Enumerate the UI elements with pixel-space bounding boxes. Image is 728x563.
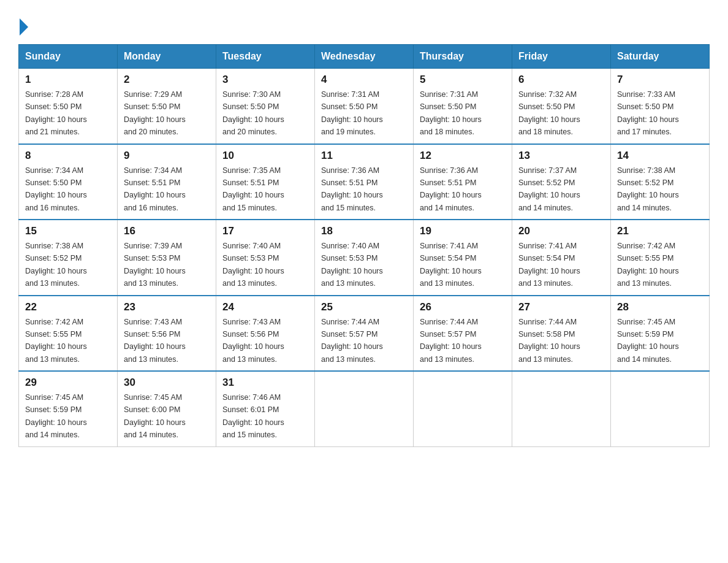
day-info: Sunrise: 7:41 AMSunset: 5:54 PMDaylight:… — [420, 242, 482, 288]
day-number: 27 — [518, 301, 604, 313]
day-number: 16 — [124, 225, 210, 237]
calendar-day-cell: 23 Sunrise: 7:43 AMSunset: 5:56 PMDaylig… — [118, 296, 216, 372]
day-info: Sunrise: 7:44 AMSunset: 5:57 PMDaylight:… — [321, 318, 383, 364]
day-info: Sunrise: 7:31 AMSunset: 5:50 PMDaylight:… — [420, 90, 482, 136]
day-info: Sunrise: 7:34 AMSunset: 5:51 PMDaylight:… — [124, 166, 186, 212]
calendar-day-cell: 3 Sunrise: 7:30 AMSunset: 5:50 PMDayligh… — [216, 69, 315, 144]
day-info: Sunrise: 7:45 AMSunset: 6:00 PMDaylight:… — [124, 393, 186, 439]
calendar-day-cell: 17 Sunrise: 7:40 AMSunset: 5:53 PMDaylig… — [216, 220, 315, 296]
day-number: 20 — [518, 225, 604, 237]
day-info: Sunrise: 7:29 AMSunset: 5:50 PMDaylight:… — [124, 90, 186, 136]
day-header-thursday: Thursday — [414, 45, 512, 69]
day-info: Sunrise: 7:46 AMSunset: 6:01 PMDaylight:… — [222, 393, 284, 439]
day-number: 18 — [321, 225, 407, 237]
calendar-day-cell: 25 Sunrise: 7:44 AMSunset: 5:57 PMDaylig… — [315, 296, 414, 372]
calendar-day-cell — [315, 371, 414, 446]
calendar-day-cell: 10 Sunrise: 7:35 AMSunset: 5:51 PMDaylig… — [216, 144, 315, 220]
calendar-day-cell: 18 Sunrise: 7:40 AMSunset: 5:53 PMDaylig… — [315, 220, 414, 296]
day-number: 24 — [222, 301, 308, 313]
calendar-day-cell: 30 Sunrise: 7:45 AMSunset: 6:00 PMDaylig… — [118, 371, 216, 446]
calendar-week-row: 29 Sunrise: 7:45 AMSunset: 5:59 PMDaylig… — [19, 371, 710, 446]
day-number: 19 — [420, 225, 506, 237]
day-number: 30 — [124, 377, 210, 389]
day-info: Sunrise: 7:41 AMSunset: 5:54 PMDaylight:… — [518, 242, 580, 288]
day-header-monday: Monday — [118, 45, 216, 69]
day-info: Sunrise: 7:45 AMSunset: 5:59 PMDaylight:… — [617, 318, 679, 364]
day-number: 11 — [321, 150, 407, 162]
day-info: Sunrise: 7:40 AMSunset: 5:53 PMDaylight:… — [321, 242, 383, 288]
day-number: 26 — [420, 301, 506, 313]
day-info: Sunrise: 7:30 AMSunset: 5:50 PMDaylight:… — [222, 90, 284, 136]
day-info: Sunrise: 7:44 AMSunset: 5:57 PMDaylight:… — [420, 318, 482, 364]
day-info: Sunrise: 7:36 AMSunset: 5:51 PMDaylight:… — [420, 166, 482, 212]
day-number: 8 — [25, 150, 111, 162]
calendar-day-cell: 9 Sunrise: 7:34 AMSunset: 5:51 PMDayligh… — [118, 144, 216, 220]
calendar-day-cell: 14 Sunrise: 7:38 AMSunset: 5:52 PMDaylig… — [611, 144, 710, 220]
page-header — [18, 12, 710, 33]
calendar-day-cell: 24 Sunrise: 7:43 AMSunset: 5:56 PMDaylig… — [216, 296, 315, 372]
day-info: Sunrise: 7:28 AMSunset: 5:50 PMDaylight:… — [25, 90, 87, 136]
day-info: Sunrise: 7:44 AMSunset: 5:58 PMDaylight:… — [518, 318, 580, 364]
calendar-day-cell: 6 Sunrise: 7:32 AMSunset: 5:50 PMDayligh… — [512, 69, 611, 144]
day-info: Sunrise: 7:38 AMSunset: 5:52 PMDaylight:… — [617, 166, 679, 212]
calendar-day-cell: 19 Sunrise: 7:41 AMSunset: 5:54 PMDaylig… — [414, 220, 512, 296]
day-header-friday: Friday — [512, 45, 611, 69]
day-number: 21 — [617, 225, 703, 237]
day-number: 31 — [222, 377, 308, 389]
day-header-tuesday: Tuesday — [216, 45, 315, 69]
calendar-table: SundayMondayTuesdayWednesdayThursdayFrid… — [18, 44, 710, 447]
day-number: 1 — [25, 74, 111, 86]
calendar-week-row: 15 Sunrise: 7:38 AMSunset: 5:52 PMDaylig… — [19, 220, 710, 296]
calendar-header-row: SundayMondayTuesdayWednesdayThursdayFrid… — [19, 45, 710, 69]
calendar-day-cell: 8 Sunrise: 7:34 AMSunset: 5:50 PMDayligh… — [19, 144, 118, 220]
calendar-day-cell: 31 Sunrise: 7:46 AMSunset: 6:01 PMDaylig… — [216, 371, 315, 446]
day-header-sunday: Sunday — [19, 45, 118, 69]
day-info: Sunrise: 7:32 AMSunset: 5:50 PMDaylight:… — [518, 90, 580, 136]
day-info: Sunrise: 7:38 AMSunset: 5:52 PMDaylight:… — [25, 242, 87, 288]
day-info: Sunrise: 7:43 AMSunset: 5:56 PMDaylight:… — [222, 318, 284, 364]
day-info: Sunrise: 7:37 AMSunset: 5:52 PMDaylight:… — [518, 166, 580, 212]
day-info: Sunrise: 7:42 AMSunset: 5:55 PMDaylight:… — [617, 242, 679, 288]
calendar-day-cell: 29 Sunrise: 7:45 AMSunset: 5:59 PMDaylig… — [19, 371, 118, 446]
calendar-day-cell — [512, 371, 611, 446]
day-info: Sunrise: 7:45 AMSunset: 5:59 PMDaylight:… — [25, 393, 87, 439]
calendar-day-cell: 26 Sunrise: 7:44 AMSunset: 5:57 PMDaylig… — [414, 296, 512, 372]
day-header-saturday: Saturday — [611, 45, 710, 69]
calendar-week-row: 22 Sunrise: 7:42 AMSunset: 5:55 PMDaylig… — [19, 296, 710, 372]
calendar-day-cell: 20 Sunrise: 7:41 AMSunset: 5:54 PMDaylig… — [512, 220, 611, 296]
day-header-wednesday: Wednesday — [315, 45, 414, 69]
calendar-day-cell: 2 Sunrise: 7:29 AMSunset: 5:50 PMDayligh… — [118, 69, 216, 144]
day-info: Sunrise: 7:33 AMSunset: 5:50 PMDaylight:… — [617, 90, 679, 136]
day-number: 7 — [617, 74, 703, 86]
calendar-day-cell — [414, 371, 512, 446]
day-info: Sunrise: 7:36 AMSunset: 5:51 PMDaylight:… — [321, 166, 383, 212]
day-number: 17 — [222, 225, 308, 237]
logo — [18, 18, 28, 33]
day-info: Sunrise: 7:40 AMSunset: 5:53 PMDaylight:… — [222, 242, 284, 288]
logo-arrow-icon — [20, 18, 28, 36]
calendar-day-cell: 7 Sunrise: 7:33 AMSunset: 5:50 PMDayligh… — [611, 69, 710, 144]
day-number: 29 — [25, 377, 111, 389]
calendar-week-row: 1 Sunrise: 7:28 AMSunset: 5:50 PMDayligh… — [19, 69, 710, 144]
day-info: Sunrise: 7:34 AMSunset: 5:50 PMDaylight:… — [25, 166, 87, 212]
day-number: 2 — [124, 74, 210, 86]
day-number: 6 — [518, 74, 604, 86]
day-number: 4 — [321, 74, 407, 86]
day-number: 23 — [124, 301, 210, 313]
calendar-day-cell: 21 Sunrise: 7:42 AMSunset: 5:55 PMDaylig… — [611, 220, 710, 296]
calendar-day-cell: 12 Sunrise: 7:36 AMSunset: 5:51 PMDaylig… — [414, 144, 512, 220]
day-number: 14 — [617, 150, 703, 162]
calendar-day-cell: 15 Sunrise: 7:38 AMSunset: 5:52 PMDaylig… — [19, 220, 118, 296]
day-number: 9 — [124, 150, 210, 162]
calendar-day-cell: 22 Sunrise: 7:42 AMSunset: 5:55 PMDaylig… — [19, 296, 118, 372]
calendar-week-row: 8 Sunrise: 7:34 AMSunset: 5:50 PMDayligh… — [19, 144, 710, 220]
calendar-day-cell: 13 Sunrise: 7:37 AMSunset: 5:52 PMDaylig… — [512, 144, 611, 220]
day-number: 3 — [222, 74, 308, 86]
day-number: 15 — [25, 225, 111, 237]
calendar-day-cell: 4 Sunrise: 7:31 AMSunset: 5:50 PMDayligh… — [315, 69, 414, 144]
day-number: 22 — [25, 301, 111, 313]
calendar-day-cell — [611, 371, 710, 446]
day-number: 5 — [420, 74, 506, 86]
calendar-day-cell: 11 Sunrise: 7:36 AMSunset: 5:51 PMDaylig… — [315, 144, 414, 220]
calendar-day-cell: 1 Sunrise: 7:28 AMSunset: 5:50 PMDayligh… — [19, 69, 118, 144]
